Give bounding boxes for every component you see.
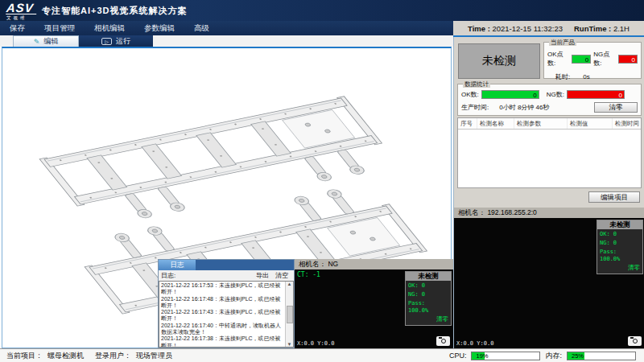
log-entry[interactable]: 2021-12-22 16:17:43：未连接到PLC，或已经被断开！ xyxy=(161,309,283,323)
log-entries: 2021-12-22 16:17:53：未连接到PLC，或已经被断开！ 2021… xyxy=(159,282,285,347)
ok-points-value: 0 xyxy=(572,55,591,64)
camera-main-ok-count: OK: 0 xyxy=(597,229,642,238)
menu-item-project-manage[interactable]: 项目管理 xyxy=(35,21,85,35)
table-body-empty xyxy=(458,130,641,187)
brand-logo-text: ASV xyxy=(6,2,38,14)
ng-count-label: NG数: xyxy=(547,90,564,99)
log-entry[interactable]: 2021-12-22 16:17:48：未连接到PLC，或已经被断开！ xyxy=(161,296,283,310)
camera-main-pass-rate: Pass: 100.0% xyxy=(597,247,642,263)
log-entry[interactable]: 2021-12-22 16:17:38：未连接到PLC，或已经被断开！ xyxy=(161,335,283,347)
log-export-button[interactable]: 导出 xyxy=(253,271,272,280)
camera-ng-header: 相机名： NG xyxy=(295,259,453,269)
current-project-label: 当前项目： xyxy=(6,351,43,361)
status-bar: 当前项目： 螺母检测机 登录用户： 现场管理员 CPU: 19% 内存: 25% xyxy=(0,348,644,362)
elapsed-label: 耗时: xyxy=(555,72,570,81)
log-clear-button[interactable]: 清空 xyxy=(272,271,291,280)
tab-edit-label: 编辑 xyxy=(43,36,58,47)
camera-name-value: NG xyxy=(328,260,338,268)
time-display: Time : 2021-12-15 11:32:23 xyxy=(468,24,563,33)
status-bar-left: 当前项目： 螺母检测机 登录用户： 现场管理员 xyxy=(0,351,449,361)
camera-ct-readout: CT: -1 xyxy=(297,271,320,278)
product-status-badge: 未检测 xyxy=(458,43,540,79)
camera-panel-ng: 相机名： NG CT: -1 未检测 OK: 0 NG: 0 Pass: 100… xyxy=(295,259,453,348)
column-detect-name[interactable]: 检测名称 xyxy=(477,118,514,129)
ok-points-label: OK点数: xyxy=(547,50,569,68)
app-window: ASV 艾视维 专注智能AI+3D视觉系统解决方案 保存 项目管理 相机编辑 参… xyxy=(0,0,644,362)
status-bar-right: CPU: 19% 内存: 25% xyxy=(449,351,644,361)
camera-snapshot-icon[interactable] xyxy=(436,336,450,346)
camera-main-overlay: 未检测 OK: 0 NG: 0 Pass: 100.0% 清零 xyxy=(597,220,643,274)
menu-item-camera-edit[interactable]: 相机编辑 xyxy=(85,21,134,35)
current-product-title: 当前产品 xyxy=(549,39,576,46)
brand-logo: ASV 艾视维 xyxy=(6,1,40,21)
mode-tab-row: ✎ 编辑 ▷ 运行 xyxy=(0,35,453,47)
camera-name-label: 相机名： xyxy=(458,208,485,216)
camera-icon-notch xyxy=(630,337,634,339)
cpu-label: CPU: xyxy=(449,352,467,360)
camera-icon-lens xyxy=(441,339,446,343)
camera-main-clear-link[interactable]: 清零 xyxy=(597,263,642,274)
tab-run-label: 运行 xyxy=(116,36,130,47)
pencil-icon: ✎ xyxy=(34,38,40,46)
log-scrollbar[interactable]: ▲ ▼ xyxy=(285,282,293,347)
memory-progress-bar: 25% xyxy=(567,352,636,360)
memory-progress-value: 25% xyxy=(572,352,584,360)
log-entry[interactable]: 2021-12-22 16:17:40：中转通讯时，读取机器人数据未读取完全！ xyxy=(161,323,283,336)
camera-main-ng-count: NG: 0 xyxy=(597,238,642,247)
log-tab[interactable]: 日志 xyxy=(159,260,196,270)
ng-points-value: 0 xyxy=(618,55,638,64)
current-product-group: 当前产品 OK点数: 0 NG点数: 0 耗时: 0s xyxy=(543,42,642,79)
clear-stats-button[interactable]: 清零 xyxy=(594,102,638,113)
menu-item-advanced[interactable]: 高级 xyxy=(184,21,219,35)
memory-label: 内存: xyxy=(545,351,562,361)
camera-ng-coords: X:0.0 Y:0.0 xyxy=(297,340,334,347)
camera-ng-overlay: 未检测 OK: 0 NG: 0 Pass: 100.0% 清零 xyxy=(405,271,452,326)
brand-logo-subtext: 艾视维 xyxy=(6,15,40,21)
ok-count-value: 0 xyxy=(481,90,539,99)
right-panel: 未检测 当前产品 OK点数: 0 NG点数: 0 耗时: 0s 数据统计 OK数… xyxy=(453,37,644,348)
tab-edit[interactable]: ✎ 编辑 xyxy=(13,35,79,47)
menu-item-save[interactable]: 保存 xyxy=(0,21,35,35)
elapsed-value: 0s xyxy=(583,73,589,80)
column-detect-param[interactable]: 检测参数 xyxy=(514,118,568,129)
statistics-group: 数据统计 OK数: 0 NG数: 0 生产时间: 0小时 8分钟 46秒 清零 xyxy=(457,84,642,116)
log-toolbar: 日志: 导出 清空 xyxy=(159,270,294,281)
menu-bar: 保存 项目管理 相机编辑 参数编辑 高级 xyxy=(0,21,453,35)
detection-result-table: 序号 检测名称 检测参数 检测值 检测时间 xyxy=(457,117,642,188)
cpu-progress-value: 19% xyxy=(476,352,488,360)
log-tab-header: 日志 xyxy=(159,260,294,270)
camera-icon-notch xyxy=(439,337,442,339)
edit-project-button[interactable]: 编辑项目 xyxy=(588,191,640,203)
column-detect-value[interactable]: 检测值 xyxy=(568,118,613,129)
time-label: Time : xyxy=(468,24,490,33)
camera-name-value: 192.168.255.2:0 xyxy=(487,208,536,216)
camera-ng-pass-rate: Pass: 100.0% xyxy=(406,298,451,315)
tab-run[interactable]: ▷ 运行 xyxy=(79,35,153,47)
camera-main-coords: X:0.0 Y:0.0 xyxy=(456,340,493,347)
log-entry[interactable]: 2021-12-22 16:17:53：未连接到PLC，或已经被断开！ xyxy=(161,282,283,296)
login-user-value: 现场管理员 xyxy=(136,351,172,361)
camera-ng-ng-count: NG: 0 xyxy=(406,290,451,298)
camera-main-status: 未检测 xyxy=(597,220,642,229)
runtime-display: RunTime : 2.1H xyxy=(574,24,630,33)
cpu-progress-bar: 19% xyxy=(471,352,540,360)
camera-ng-status: 未检测 xyxy=(406,272,451,281)
camera-ng-view[interactable]: CT: -1 未检测 OK: 0 NG: 0 Pass: 100.0% 清零 X… xyxy=(295,269,453,348)
camera-main-view[interactable]: 未检测 OK: 0 NG: 0 Pass: 100.0% 清零 X:0.0 Y:… xyxy=(454,218,644,348)
camera-ng-ok-count: OK: 0 xyxy=(406,281,451,290)
camera-ng-clear-link[interactable]: 清零 xyxy=(406,315,451,325)
log-label: 日志: xyxy=(161,271,253,280)
scrollbar-thumb[interactable] xyxy=(287,306,293,323)
menu-item-param-edit[interactable]: 参数编辑 xyxy=(134,21,184,35)
column-index[interactable]: 序号 xyxy=(458,118,477,129)
camera-snapshot-icon[interactable] xyxy=(628,336,642,346)
ok-count-label: OK数: xyxy=(461,90,479,99)
scroll-up-icon[interactable]: ▲ xyxy=(287,282,292,286)
log-list: 2021-12-22 16:17:53：未连接到PLC，或已经被断开！ 2021… xyxy=(159,281,294,348)
time-value: 2021-12-15 11:32:23 xyxy=(492,24,563,33)
camera-main-header: 相机名： 192.168.255.2:0 xyxy=(454,208,644,218)
title-bar: ASV 艾视维 专注智能AI+3D视觉系统解决方案 xyxy=(0,0,644,21)
ng-count-value: 0 xyxy=(567,90,625,99)
column-detect-time[interactable]: 检测时间 xyxy=(613,118,641,129)
scroll-down-icon[interactable]: ▼ xyxy=(287,342,292,347)
